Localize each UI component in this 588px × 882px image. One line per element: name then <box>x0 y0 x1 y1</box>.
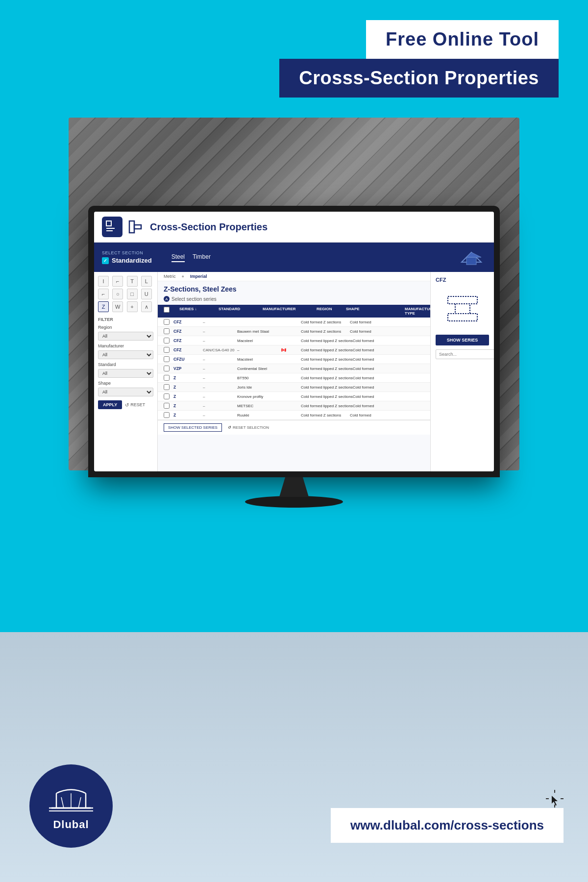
search-input[interactable] <box>436 349 494 359</box>
stand-base <box>245 496 343 508</box>
filter-shape-select[interactable]: All <box>98 388 153 396</box>
row-checkbox-7[interactable] <box>164 384 170 390</box>
row-checkbox-4[interactable] <box>164 356 170 362</box>
shape-u[interactable]: U <box>141 289 152 299</box>
filter-buttons: APPLY ↺ RESET <box>98 400 153 409</box>
row-checkbox-8[interactable] <box>164 393 170 399</box>
show-selected-button[interactable]: SHOW SELECTED SERIES <box>164 423 222 432</box>
filter-manufacturer-label: Manufacturer <box>98 343 153 348</box>
svg-rect-6 <box>466 257 476 265</box>
row-standard: – <box>203 357 237 362</box>
shape-l[interactable]: ⌐ <box>112 276 123 287</box>
row-manufacturer: Macsteel <box>237 357 281 362</box>
shape-o[interactable]: ○ <box>112 289 123 299</box>
row-manufacturer: Bauwen met Staal <box>237 329 281 334</box>
shape-plus[interactable]: + <box>127 301 138 312</box>
table-row: CFZU – Macsteel Cold formed lipped Z sec… <box>158 355 430 364</box>
nav-tab-timber[interactable]: Timber <box>193 252 211 262</box>
table-row: CFZ CAN/CSA-G40 20 – 🇨🇦 Cold formed lipp… <box>158 345 430 355</box>
monitor-bezel: Cross-Section Properties SELECT SECTION … <box>88 206 500 477</box>
table-container: SERIES ↓ STANDARD MANUFACTURER REGION SH… <box>158 305 430 420</box>
row-series: CFZ <box>173 319 203 324</box>
row-shape: Cold formed lipped Z sections <box>301 339 353 343</box>
row-checkbox-5[interactable] <box>164 366 170 371</box>
filter-shape-label: Shape <box>98 381 153 386</box>
filter-shape-group: Shape All <box>98 381 153 396</box>
row-mfg: Cold formed <box>353 357 374 362</box>
table-row: VZP – Continental Steel Cold formed lipp… <box>158 364 430 373</box>
col-shape: SHAPE <box>346 307 395 316</box>
row-series: CFZ <box>173 329 203 334</box>
metric-imperial[interactable]: Imperial <box>190 274 207 279</box>
filter-region-select[interactable]: All <box>98 332 153 341</box>
shape-misc[interactable]: ∧ <box>141 301 152 312</box>
show-series-button[interactable]: SHOW SERIES <box>436 335 489 345</box>
stand-neck <box>279 477 309 497</box>
filter-manufacturer-group: Manufacturer All <box>98 343 153 359</box>
monitor-screen: Cross-Section Properties SELECT SECTION … <box>94 212 494 471</box>
row-series: Z <box>173 394 203 399</box>
row-standard: – <box>203 329 237 334</box>
table-row: Z – BT550 Cold formed lipped Z sections … <box>158 373 430 383</box>
row-shape: Cold formed Z sections <box>301 329 350 334</box>
filter-manufacturer-select[interactable]: All <box>98 350 153 359</box>
row-shape: Cold formed Z sections <box>301 320 350 324</box>
row-manufacturer: METSEC <box>237 404 281 408</box>
row-series: CFZ <box>173 347 203 352</box>
row-standard: – <box>203 376 237 380</box>
nav-tabs: Steel Timber <box>172 252 211 262</box>
row-standard: – <box>203 339 237 343</box>
filter-standard-select[interactable]: All <box>98 369 153 378</box>
row-checkbox-10[interactable] <box>164 412 170 418</box>
table-body: CFZ – Cold formed Z sections Cold formed… <box>158 318 430 420</box>
app-logo <box>102 217 122 237</box>
nav-3d-icons <box>457 247 486 267</box>
row-checkbox-1[interactable] <box>164 328 170 334</box>
section-title: Z-Sections, Steel Zees <box>158 281 430 295</box>
row-mfg: Cold formed <box>353 339 374 343</box>
select-all-checkbox[interactable] <box>164 307 170 313</box>
row-shape: Cold formed lipped Z sections <box>301 348 353 352</box>
shape-w[interactable]: W <box>112 301 123 312</box>
shape-box[interactable]: □ <box>127 289 138 299</box>
row-checkbox-2[interactable] <box>164 338 170 343</box>
row-standard: – <box>203 320 237 324</box>
row-mfg: Cold formed <box>353 404 374 408</box>
shape-l2[interactable]: L <box>141 276 152 287</box>
row-manufacturer: Kronove profily <box>237 394 281 399</box>
dlubal-logo-svg <box>47 781 96 815</box>
row-series: Z <box>173 403 203 408</box>
metric-metric[interactable]: Metric <box>164 274 176 279</box>
reset-button[interactable]: ↺ RESET <box>125 402 145 408</box>
row-checkbox-0[interactable] <box>164 319 170 325</box>
shape-c[interactable]: ⌐ <box>98 289 109 299</box>
reset-selection-label: RESET SELECTION <box>233 425 269 430</box>
svg-marker-20 <box>552 796 558 806</box>
row-manufacturer: Joris Ide <box>237 385 281 390</box>
table-row: CFZ – Macsteel Cold formed lipped Z sect… <box>158 336 430 345</box>
monitor-stand <box>88 477 500 508</box>
row-checkbox-9[interactable] <box>164 403 170 409</box>
apply-button[interactable]: APPLY <box>98 400 122 409</box>
filter-region-group: Region All <box>98 325 153 341</box>
row-manufacturer: – <box>237 348 281 352</box>
filter-region-label: Region <box>98 325 153 330</box>
row-region: 🇨🇦 <box>281 348 301 352</box>
nav-tab-steel[interactable]: Steel <box>172 252 185 262</box>
section-properties-icon <box>127 219 143 235</box>
row-shape: Cold formed lipped Z sections <box>301 376 353 380</box>
row-checkbox-6[interactable] <box>164 375 170 381</box>
table-header-bar: SERIES ↓ STANDARD MANUFACTURER REGION SH… <box>158 305 430 318</box>
dlubal-icon <box>105 220 120 234</box>
row-checkbox-3[interactable] <box>164 347 170 353</box>
series-icon: A <box>164 296 170 302</box>
shape-i[interactable]: I <box>98 276 109 287</box>
svg-marker-7 <box>466 252 481 257</box>
col-standard: STANDARD <box>219 307 253 316</box>
content-area: I ⌐ T L ⌐ ○ □ U Z W + ∧ <box>94 272 494 471</box>
shape-t[interactable]: T <box>127 276 138 287</box>
cursor-icon <box>545 789 564 808</box>
section-properties-badge: Crosss-Section Properties <box>279 59 559 98</box>
shape-z-active[interactable]: Z <box>98 301 109 312</box>
nav-mode-label: Standardized <box>112 257 152 264</box>
